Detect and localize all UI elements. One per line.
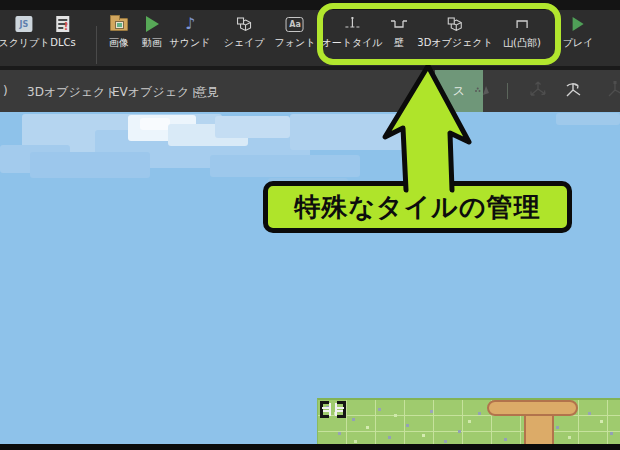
toolbar-item-3dobject[interactable]: 3Dオブジェクト — [417, 14, 492, 49]
toolbar-item-wall[interactable]: 壁 — [390, 14, 408, 49]
move-gizmo-icon[interactable] — [527, 80, 549, 104]
grass-terrain[interactable] — [317, 398, 620, 444]
palette-tab-row: ) 3Dオブジェクト EVオブジェクト 意見 ス — [0, 70, 620, 112]
annotation-text: 特殊なタイルの管理 — [294, 190, 540, 225]
toolbar-separator — [96, 26, 97, 64]
sound-note-icon: ♪ — [185, 14, 195, 34]
rotate-gizmo-icon[interactable] — [561, 80, 585, 104]
toolbar-item-mountain[interactable]: 山(凸部) — [503, 14, 541, 49]
dirt-path-top — [487, 400, 578, 416]
dlc-document-icon: ! — [57, 14, 70, 34]
wall-icon — [390, 14, 408, 34]
toolbar-item-sound[interactable]: ♪ サウンド — [170, 14, 211, 49]
cloud — [30, 152, 150, 178]
tile-selection-corner — [320, 409, 329, 418]
cloud — [290, 114, 410, 150]
map-viewport[interactable] — [0, 112, 620, 444]
toolbar-item-autotile[interactable]: オートタイル — [321, 14, 382, 49]
tile-selection-corner — [337, 409, 346, 418]
play-icon — [572, 14, 583, 34]
toolbar-item-font[interactable]: Aa フォント — [275, 14, 316, 49]
toolbar-item-dlc[interactable]: ! DLCs — [50, 14, 75, 49]
video-play-icon — [146, 14, 159, 34]
tab-3d-object[interactable]: 3Dオブジェクト — [27, 84, 118, 101]
font-aa-icon: Aa — [286, 14, 304, 34]
map-editor-window: JS スクリプト ! DLCs 画像 動画 ♪ サウンド シェイプ — [0, 0, 620, 450]
mountain-icon — [513, 14, 531, 34]
toolbar-item-script[interactable]: JS スクリプト — [0, 14, 50, 49]
image-folder-icon — [110, 14, 128, 34]
gizmo-toolbar-separator — [507, 83, 508, 99]
window-bottom-bar — [0, 444, 620, 450]
js-script-icon: JS — [15, 14, 32, 34]
tab-partial-left[interactable]: ) — [3, 84, 8, 98]
scale-gizmo-icon[interactable] — [604, 80, 620, 104]
cloud — [556, 113, 620, 125]
toolbar-item-video[interactable]: 動画 — [142, 14, 162, 49]
toolbar-item-play[interactable]: プレイ — [563, 14, 594, 49]
cloud — [140, 118, 170, 130]
annotation-callout: 特殊なタイルの管理 — [263, 181, 572, 233]
toolbar-item-shape[interactable]: シェイプ — [224, 14, 265, 49]
autotile-icon — [343, 14, 361, 34]
pointer-select-icon[interactable] — [472, 82, 492, 104]
toolbar-item-image[interactable]: 画像 — [109, 14, 129, 49]
tab-feedback[interactable]: 意見 — [195, 84, 219, 101]
window-top-strip — [0, 0, 620, 10]
tab-ev-object[interactable]: EVオブジェクト — [112, 84, 201, 101]
cloud — [210, 155, 360, 177]
cloud — [215, 116, 290, 138]
shape-cube-icon — [236, 14, 253, 34]
main-toolbar: JS スクリプト ! DLCs 画像 動画 ♪ サウンド シェイプ — [0, 10, 620, 66]
cube-3d-icon — [447, 14, 464, 34]
